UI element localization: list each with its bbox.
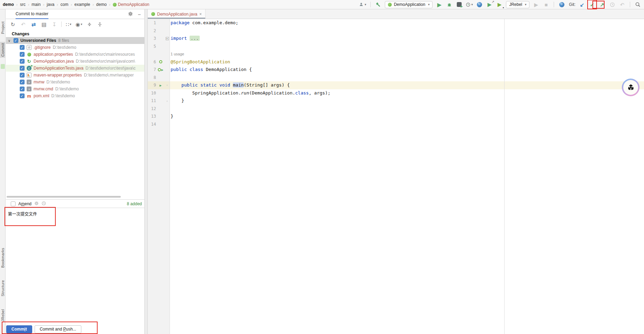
amend-label[interactable]: Amend <box>18 201 31 206</box>
file-row[interactable]: mvnwD:\test\demo <box>6 79 144 85</box>
code-row[interactable]: 1package com.example.demo; <box>148 19 644 27</box>
gear-icon[interactable] <box>128 11 133 17</box>
file-checkbox[interactable] <box>20 59 25 64</box>
shelve-icon[interactable]: ↧ <box>51 21 58 28</box>
history-icon[interactable] <box>42 201 46 207</box>
code-row[interactable]: 7▶public class DemoApplication { <box>148 66 644 74</box>
commit-panel-title[interactable]: Commit to master <box>16 9 48 19</box>
debug-button[interactable] <box>446 1 453 8</box>
code-row[interactable]: 1 usage <box>148 50 644 58</box>
code-row[interactable]: 3+import ... <box>148 35 644 43</box>
fold-close-icon[interactable]: ▵ <box>166 99 168 102</box>
gear-icon[interactable] <box>34 201 39 207</box>
user-switcher-icon[interactable]: ▾ <box>359 1 366 8</box>
overlay-badge[interactable] <box>622 79 640 96</box>
changelist-icon[interactable]: ▤ <box>40 21 47 28</box>
file-row[interactable]: DemoApplication.javaD:\test\demo\src\mai… <box>6 58 144 65</box>
breadcrumb-separator-icon: › <box>109 2 110 7</box>
commit-and-push-button[interactable]: Commit and Push... <box>35 325 81 333</box>
breadcrumb-item[interactable]: com <box>61 2 69 7</box>
code-editor[interactable]: 1package com.example.demo;23+import ...5… <box>148 19 644 334</box>
file-checkbox[interactable] <box>20 45 25 50</box>
stripe-item-project[interactable]: Project <box>0 20 6 35</box>
breadcrumb-item[interactable]: demo <box>96 2 107 7</box>
file-checkbox[interactable] <box>20 80 25 84</box>
run-gutter-icon[interactable]: ▶ <box>161 68 163 72</box>
search-everywhere-icon[interactable] <box>634 1 641 8</box>
profiler-button[interactable]: ▾ <box>466 1 473 8</box>
breadcrumb-item[interactable]: src <box>20 2 26 7</box>
run-button[interactable]: ▶ <box>436 1 443 8</box>
file-row[interactable]: pom.xmlD:\test\demo <box>6 92 144 99</box>
horizontal-scrollbar[interactable] <box>7 196 121 198</box>
close-icon[interactable]: × <box>199 12 202 17</box>
collapse-all-icon[interactable] <box>96 21 103 28</box>
file-checkbox[interactable] <box>20 73 25 78</box>
file-checkbox[interactable] <box>20 93 25 98</box>
code-row[interactable]: 6@SpringBootApplication <box>148 58 644 66</box>
file-row[interactable]: application.propertiesD:\test\demo\src\m… <box>6 51 144 58</box>
refresh-icon[interactable]: ↻ <box>9 21 16 28</box>
file-checkbox[interactable] <box>20 66 25 71</box>
editor-tab[interactable]: DemoApplication.java × <box>148 9 206 19</box>
stripe-item-jrebel[interactable]: JRebel <box>0 308 6 323</box>
file-row[interactable]: maven-wrapper.propertiesD:\test\demo\.mv… <box>6 72 144 79</box>
code-row-caret[interactable]: 9▶▿ public static void main(String[] arg… <box>148 81 644 89</box>
amend-checkbox[interactable] <box>11 201 16 206</box>
fold-expand-icon[interactable]: + <box>166 37 169 40</box>
code-row[interactable]: 12 <box>148 105 644 113</box>
hide-panel-icon[interactable]: − <box>138 12 141 17</box>
editor-tab-bar: DemoApplication.java × <box>148 9 644 19</box>
chevron-expanded-icon[interactable]: ∨ <box>8 39 11 43</box>
build-hammer-icon[interactable] <box>375 1 382 8</box>
jrebel-run-button[interactable]: ▶ <box>486 1 493 8</box>
code-row[interactable]: 10 SpringApplication.run(DemoApplication… <box>148 89 644 97</box>
usages-inlay-hint[interactable]: 1 usage <box>171 52 184 56</box>
jrebel-debug-button[interactable]: ▶ <box>496 1 503 8</box>
breadcrumb-item[interactable]: demo <box>3 2 14 7</box>
git-update-button[interactable]: ↙ <box>579 1 586 8</box>
run-with-coverage-button[interactable] <box>456 1 463 8</box>
stripe-item-bookmarks[interactable]: Bookmarks <box>0 247 6 269</box>
file-checkbox[interactable] <box>20 52 25 57</box>
code-row[interactable]: 14 <box>148 120 644 128</box>
file-checkbox[interactable] <box>20 87 25 91</box>
run-configuration-select[interactable]: DemoApplication ▾ <box>385 1 433 8</box>
rollback-icon[interactable]: ↶ <box>20 21 27 28</box>
code-row[interactable]: 8 <box>148 74 644 82</box>
jrebel-select[interactable]: JRebel ▾ <box>506 1 529 8</box>
maven-icon <box>27 93 31 98</box>
file-row[interactable]: DemoApplicationTests.javaD:\test\demo\sr… <box>6 65 144 72</box>
amend-row: Amend 8 added <box>6 200 145 208</box>
line-number: 1 <box>148 20 156 25</box>
stripe-item-structure[interactable]: Structure <box>0 279 6 297</box>
jump-to-source-icon[interactable]: ⇄ <box>30 21 37 28</box>
breadcrumb-item[interactable]: example <box>74 2 90 7</box>
commit-message-text[interactable]: 第一次提交文件 <box>8 211 143 217</box>
group-by-icon[interactable]: ∷▾ <box>65 21 72 28</box>
stripe-item-commit[interactable]: Commit <box>0 42 6 58</box>
preview-icon[interactable]: ◉▾ <box>75 21 82 28</box>
code-row[interactable]: 5 <box>148 43 644 51</box>
file-row[interactable]: mvnw.cmdD:\test\demo <box>6 85 144 92</box>
navigate-circle-icon[interactable] <box>558 1 565 8</box>
code-row[interactable]: 11▵ } <box>148 97 644 105</box>
commit-message-area[interactable]: 第一次提交文件 <box>6 208 145 334</box>
jrebel-circle-icon[interactable] <box>476 1 483 8</box>
panel-splitter[interactable] <box>145 9 148 334</box>
git-push-button[interactable]: ↗ <box>599 1 606 8</box>
code-row[interactable]: 13} <box>148 112 644 120</box>
breadcrumb-item[interactable]: DemoApplication <box>113 2 149 7</box>
breadcrumb-item[interactable]: java <box>47 2 54 7</box>
unversioned-files-group-row[interactable]: ∨ Unversioned Files 8 files <box>6 37 144 44</box>
file-path: D:\test\demo\src\main\resources <box>75 52 135 57</box>
breadcrumb-item[interactable]: main <box>31 2 40 7</box>
file-row[interactable]: .gitignoreD:\test\demo <box>6 44 144 51</box>
run-gutter-icon[interactable]: ▶ <box>160 83 162 87</box>
git-commit-button[interactable]: ✓ <box>589 1 596 8</box>
group-checkbox[interactable] <box>13 38 18 43</box>
code-row[interactable]: 2 <box>148 27 644 35</box>
fold-open-icon[interactable]: ▿ <box>166 83 168 87</box>
commit-button[interactable]: Commit <box>6 325 32 333</box>
expand-all-icon[interactable] <box>86 21 93 28</box>
